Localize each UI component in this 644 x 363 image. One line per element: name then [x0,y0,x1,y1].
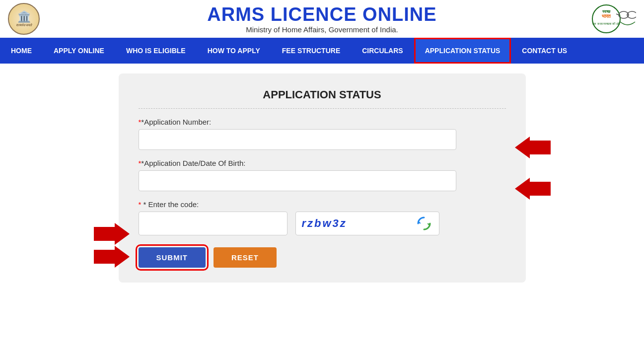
application-number-group: **Application Number: [139,118,506,150]
svg-marker-14 [94,246,130,268]
govt-logo: 🏛️ सत्यमेव जयते [8,3,40,35]
application-status-form: APPLICATION STATUS **Application Number:… [119,73,526,283]
nav-fee-structure[interactable]: FEE STRUCTURE [271,38,351,64]
nav-home[interactable]: HOME [0,38,43,64]
captcha-refresh-button[interactable] [415,215,433,232]
svg-line-7 [616,14,619,15]
svg-text:एक कदम स्वच्छता की ओर: एक कदम स्वच्छता की ओर [592,22,620,25]
nav-apply-online[interactable]: APPLY ONLINE [43,38,115,64]
application-date-input[interactable] [139,170,456,191]
form-buttons: SUBMIT RESET [139,247,506,268]
application-number-label: **Application Number: [139,118,506,126]
ashoka-emblem: 🏛️ [17,10,31,23]
application-number-input[interactable] [139,129,456,150]
site-subtitle: Ministry of Home Affairs, Government of … [207,25,436,34]
code-group: * * Enter the code: rzbw3z [139,200,506,235]
arrow-to-application-number [515,137,551,160]
site-title: ARMS LICENCE ONLINE [207,4,436,25]
submit-button[interactable]: SUBMIT [139,247,206,268]
svg-marker-11 [94,223,130,245]
application-date-group: **Application Date/Date Of Birth: [139,159,506,191]
svg-marker-10 [515,178,551,200]
swachh-bharat-icon: स्वच्छ भारत एक कदम स्वच्छता की ओर [591,3,636,35]
main-nav: HOME APPLY ONLINE WHO IS ELIGIBLE HOW TO… [0,38,644,64]
arrow-to-application-date [515,178,551,202]
swachh-bharat-logo: स्वच्छ भारत एक कदम स्वच्छता की ओर [591,3,636,35]
captcha-box: rzbw3z [295,212,439,235]
nav-circulars[interactable]: CIRCULARS [351,38,414,64]
svg-marker-9 [515,137,551,158]
captcha-value: rzbw3z [302,217,347,230]
refresh-icon [416,216,432,231]
code-input[interactable] [139,212,287,235]
form-title: APPLICATION STATUS [139,88,506,109]
nav-application-status[interactable]: APPLICATION STATUS [414,38,511,64]
application-date-label: **Application Date/Date Of Birth: [139,159,506,167]
arrow-to-code-input [94,223,130,247]
main-content: APPLICATION STATUS **Application Number:… [0,64,644,292]
nav-contact-us[interactable]: CONTACT US [511,38,578,64]
nav-how-to-apply[interactable]: HOW TO APPLY [197,38,271,64]
reset-button[interactable]: RESET [214,247,277,268]
nav-who-is-eligible[interactable]: WHO IS ELIGIBLE [115,38,197,64]
svg-text:भारत: भारत [602,13,611,19]
code-row: rzbw3z [139,212,506,235]
header: 🏛️ सत्यमेव जयते ARMS LICENCE ONLINE Mini… [0,0,644,38]
header-center: ARMS LICENCE ONLINE Ministry of Home Aff… [207,4,436,34]
code-label: * * Enter the code: [139,200,506,209]
arrow-to-submit [94,246,130,270]
